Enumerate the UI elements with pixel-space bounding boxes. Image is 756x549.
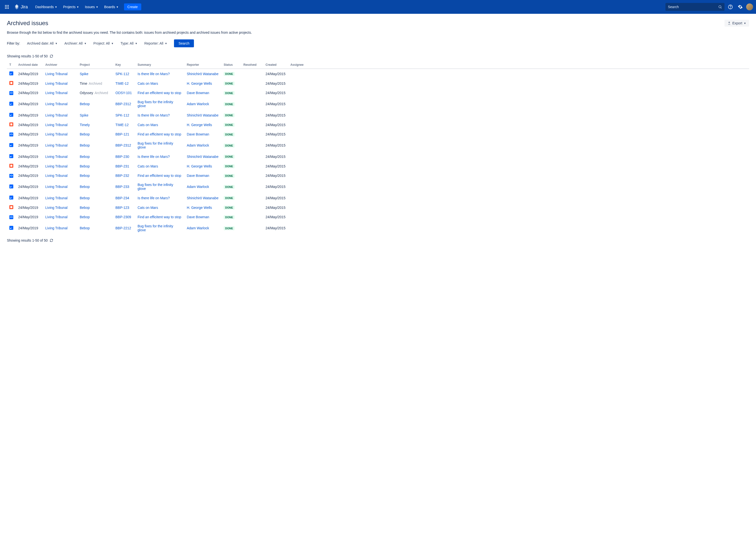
filter-project[interactable]: Project: All ▼ [94,41,114,45]
summary-link[interactable]: Cats on Mars [138,123,158,127]
reporter-link[interactable]: Dave Bowman [187,215,209,219]
reporter-link[interactable]: Adam Warlock [187,102,209,106]
archiver-link[interactable]: Living Tribunal [45,123,67,127]
reporter-link[interactable]: H. George Wells [187,206,212,209]
archiver-link[interactable]: Living Tribunal [45,164,67,168]
user-avatar[interactable] [746,3,753,10]
summary-link[interactable]: Is there life on Mars? [138,155,170,159]
archiver-link[interactable]: Living Tribunal [45,174,67,177]
search-box[interactable] [665,3,725,11]
reporter-link[interactable]: Adam Warlock [187,226,209,230]
project-link[interactable]: Spike [80,72,88,76]
filter-type[interactable]: Type: All ▼ [121,41,138,45]
column-key[interactable]: Key [113,61,135,69]
summary-link[interactable]: Find an efficitent way to stop [138,174,181,177]
project-link[interactable]: Bebop [80,132,90,136]
issue-key-link[interactable]: BBP-231 [115,164,129,168]
column-created[interactable]: Created [263,61,288,69]
summary-link[interactable]: Is there life on Mars? [138,196,170,200]
project-link[interactable]: Timely [80,123,90,127]
filter-archiver[interactable]: Archiver: All ▼ [64,41,87,45]
summary-link[interactable]: Find an efficitent way to stop [138,91,181,95]
reporter-link[interactable]: Shinichirō Watanabe [187,196,219,200]
nav-dashboards[interactable]: Dashboards ▼ [33,3,60,10]
filter-reporter[interactable]: Reporter: All ▼ [144,41,167,45]
issue-key-link[interactable]: BBP-232 [115,174,129,177]
issue-key-link[interactable]: BBP-234 [115,196,129,200]
jira-logo[interactable]: Jira [12,4,30,10]
project-link[interactable]: Bebop [80,206,90,209]
project-link[interactable]: Bebop [80,102,90,106]
reporter-link[interactable]: Adam Warlock [187,143,209,147]
nav-boards[interactable]: Boards ▼ [102,3,121,10]
reporter-link[interactable]: H. George Wells [187,81,212,85]
reporter-link[interactable]: Shinichirō Watanabe [187,155,219,159]
summary-link[interactable]: Bug fixes for the infinity glove [138,183,173,191]
issue-key-link[interactable]: ODSY-101 [115,91,132,95]
project-link[interactable]: Bebop [80,185,90,189]
summary-link[interactable]: Find an efficitent way to stop [138,132,181,136]
issue-key-link[interactable]: TIME-12 [115,81,129,85]
reporter-link[interactable]: Dave Bowman [187,91,209,95]
issue-key-link[interactable]: BBP-2309 [115,215,131,219]
refresh-icon[interactable] [50,54,53,58]
reporter-link[interactable]: Adam Warlock [187,185,209,189]
column-project[interactable]: Project [77,61,113,69]
issue-key-link[interactable]: SPK-112 [115,72,129,76]
settings-icon[interactable] [736,3,744,11]
project-link[interactable]: Spike [80,113,88,117]
project-link[interactable]: Bebop [80,226,90,230]
column-summary[interactable]: Summary [135,61,184,69]
summary-link[interactable]: Bug fixes for the infinity glove [138,224,173,232]
column-archived-date[interactable]: Archived date [16,61,43,69]
export-button[interactable]: Export ▼ [725,20,749,27]
archiver-link[interactable]: Living Tribunal [45,143,67,147]
summary-link[interactable]: Cats on Mars [138,206,158,209]
column-reporter[interactable]: Reporter [184,61,221,69]
summary-link[interactable]: Bug fixes for the infinity glove [138,100,173,108]
filter-archiveddate[interactable]: Archived date: All ▼ [27,41,58,45]
nav-issues[interactable]: Issues ▼ [82,3,101,10]
summary-link[interactable]: Is there life on Mars? [138,72,170,76]
column-t[interactable]: T [7,61,16,69]
reporter-link[interactable]: H. George Wells [187,164,212,168]
issue-key-link[interactable]: BBP-2312 [115,143,131,147]
project-link[interactable]: Bebop [80,155,90,159]
project-link[interactable]: Bebop [80,164,90,168]
nav-projects[interactable]: Projects ▼ [61,3,81,10]
app-switcher-icon[interactable] [3,3,11,11]
search-input[interactable] [668,5,718,9]
archiver-link[interactable]: Living Tribunal [45,132,67,136]
archiver-link[interactable]: Living Tribunal [45,206,67,209]
project-link[interactable]: Bebop [80,215,90,219]
summary-link[interactable]: Cats on Mars [138,81,158,85]
filter-search-button[interactable]: Search [174,39,194,47]
refresh-icon[interactable] [50,239,53,242]
column-assignee[interactable]: Assignee [288,61,749,69]
help-icon[interactable] [726,3,734,11]
archiver-link[interactable]: Living Tribunal [45,113,67,117]
summary-link[interactable]: Cats on Mars [138,164,158,168]
summary-link[interactable]: Is there life on Mars? [138,113,170,117]
archiver-link[interactable]: Living Tribunal [45,226,67,230]
issue-key-link[interactable]: BBP-121 [115,132,129,136]
create-button[interactable]: Create [124,3,141,10]
reporter-link[interactable]: Dave Bowman [187,132,209,136]
archiver-link[interactable]: Living Tribunal [45,155,67,159]
reporter-link[interactable]: Shinichirō Watanabe [187,113,219,117]
issue-key-link[interactable]: SPK-112 [115,113,129,117]
summary-link[interactable]: Find an efficitent way to stop [138,215,181,219]
archiver-link[interactable]: Living Tribunal [45,185,67,189]
issue-key-link[interactable]: TIME-12 [115,123,129,127]
archiver-link[interactable]: Living Tribunal [45,102,67,106]
archiver-link[interactable]: Living Tribunal [45,72,67,76]
issue-key-link[interactable]: BBP-233 [115,185,129,189]
issue-key-link[interactable]: BBP-2212 [115,226,131,230]
issue-key-link[interactable]: BBP-2312 [115,102,131,106]
column-resolved[interactable]: Resolved [241,61,263,69]
column-status[interactable]: Status [221,61,241,69]
reporter-link[interactable]: H. George Wells [187,123,212,127]
issue-key-link[interactable]: BBP-123 [115,206,129,209]
archiver-link[interactable]: Living Tribunal [45,81,67,85]
reporter-link[interactable]: Shinichirō Watanabe [187,72,219,76]
